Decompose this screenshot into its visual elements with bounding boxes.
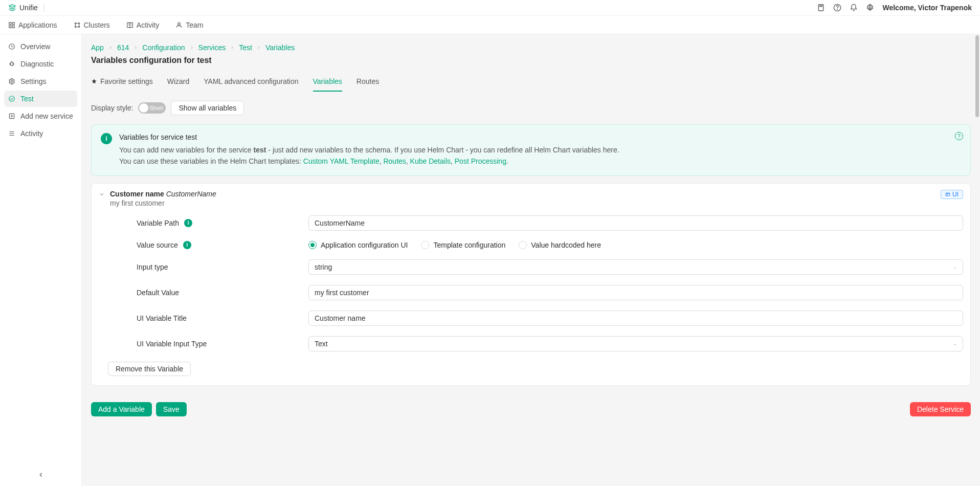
topnav-label: Applications (18, 21, 57, 29)
tab-label: Wizard (167, 77, 190, 85)
scrollbar[interactable] (975, 35, 979, 117)
svg-point-16 (11, 80, 13, 82)
user-icon (175, 21, 183, 29)
label-default-value: Default Value (137, 289, 308, 297)
svg-point-9 (78, 23, 79, 24)
radio-indicator (519, 241, 527, 249)
sidebar-item-label: Test (20, 95, 34, 103)
main-inner: App 614 Configuration Services Test Vari… (82, 34, 980, 386)
sidebar-item-label: Activity (20, 129, 43, 138)
radio-hardcoded[interactable]: Value hardcoded here (519, 241, 601, 249)
welcome-text[interactable]: Welcome, Victor Trapenok (882, 4, 972, 12)
sidebar-item-settings[interactable]: Settings (4, 73, 77, 90)
chevron-left-icon (37, 471, 44, 478)
footer-actions: Add a Variable Save Delete Service (82, 395, 980, 426)
display-style-label: Display style: (91, 104, 133, 112)
tab-label: Routes (357, 77, 379, 85)
header: Unifie Welcome, Victor Trapenok (0, 0, 980, 16)
page-title: Variables configuration for test (91, 56, 971, 65)
gear-icon (8, 78, 15, 85)
radio-label: Application configuration UI (321, 241, 408, 249)
remove-wrapper: Remove this Variable (99, 362, 963, 376)
remove-variable-button[interactable]: Remove this Variable (108, 362, 191, 376)
ui-input-type-select[interactable]: Text ⌄ (308, 336, 963, 351)
ui-title-input[interactable] (308, 311, 963, 326)
gear-icon[interactable] (866, 4, 874, 12)
alert-link-kube[interactable]: Kube Details (410, 157, 451, 165)
alert-line2-pre: You can use these variables in the Helm … (119, 157, 303, 165)
brand-name: Unifie (19, 4, 38, 12)
svg-rect-0 (819, 5, 823, 11)
breadcrumb: App 614 Configuration Services Test Vari… (91, 43, 971, 52)
svg-rect-19 (946, 193, 950, 196)
show-all-button[interactable]: Show all variables (171, 101, 244, 115)
radio-app-config-ui[interactable]: Application configuration UI (308, 241, 408, 249)
radio-label: Value hardcoded here (531, 241, 601, 249)
tab-yaml[interactable]: YAML advanced configuration (204, 72, 298, 92)
alert-line1-pre: You can add new variables for the servic… (119, 146, 254, 154)
add-variable-button[interactable]: Add a Variable (91, 402, 152, 416)
radio-template-config[interactable]: Template configuration (421, 241, 505, 249)
bookmark-icon[interactable] (817, 4, 825, 12)
crumb-614[interactable]: 614 (117, 43, 129, 52)
row-variable-path: Variable Path i (99, 215, 963, 231)
delete-service-button[interactable]: Delete Service (910, 402, 971, 416)
chevron-right-icon (133, 45, 138, 50)
logo[interactable]: Unifie (8, 4, 38, 12)
sidebar-collapse[interactable] (37, 471, 44, 480)
display-style-toggle[interactable]: Short (138, 102, 166, 114)
svg-rect-5 (12, 22, 14, 24)
crumb-variables[interactable]: Variables (265, 43, 295, 52)
default-value-input[interactable] (308, 285, 963, 300)
ui-badge: UI (941, 190, 963, 199)
label-value-source: Value source i (137, 241, 308, 249)
save-button[interactable]: Save (156, 402, 187, 416)
svg-rect-4 (9, 22, 11, 24)
bell-icon[interactable] (850, 4, 858, 12)
chevron-right-icon (189, 45, 194, 50)
alert-title: Variables for service test (119, 133, 961, 141)
row-ui-title: UI Variable Title (99, 311, 963, 326)
tab-favorite[interactable]: Favorite settings (91, 72, 153, 92)
tab-wizard[interactable]: Wizard (167, 72, 190, 92)
alert-link-yaml[interactable]: Custom YAML Template (303, 157, 380, 165)
input-type-select[interactable]: string ⌄ (308, 259, 963, 275)
crumb-app[interactable]: App (91, 43, 104, 52)
crumb-configuration[interactable]: Configuration (142, 43, 185, 52)
book-icon (126, 21, 133, 29)
svg-point-17 (9, 96, 15, 102)
topnav-clusters[interactable]: Clusters (74, 21, 110, 29)
alert-help-icon[interactable]: ? (955, 132, 963, 140)
sidebar-item-add-service[interactable]: Add new service (4, 108, 77, 124)
bug-icon (8, 60, 15, 68)
sidebar-item-overview[interactable]: Overview (4, 38, 77, 55)
variable-panel: Customer name CustomerName my first cust… (91, 183, 971, 386)
alert-link-routes[interactable]: Routes (383, 157, 406, 165)
crumb-services[interactable]: Services (198, 43, 226, 52)
topnav-team[interactable]: Team (175, 21, 203, 29)
sidebar-item-activity[interactable]: Activity (4, 125, 77, 142)
crumb-test[interactable]: Test (239, 43, 252, 52)
sidebar-item-diagnostic[interactable]: Diagnostic (4, 56, 77, 72)
info-icon[interactable]: i (184, 219, 192, 227)
tab-routes[interactable]: Routes (357, 72, 379, 92)
alert-body: Variables for service test You can add n… (119, 133, 961, 167)
control-value-source: Application configuration UI Template co… (308, 241, 963, 249)
topnav-applications[interactable]: Applications (8, 21, 57, 29)
help-icon[interactable] (833, 4, 841, 12)
topnav-label: Team (186, 21, 203, 29)
panel-title-text: Customer name (110, 190, 164, 198)
tab-label: Favorite settings (100, 77, 153, 85)
chevron-down-icon (99, 191, 105, 197)
sidebar-item-label: Overview (20, 42, 50, 51)
label-variable-path: Variable Path i (137, 219, 308, 227)
tab-variables[interactable]: Variables (313, 72, 342, 92)
control-ui-title (308, 311, 963, 326)
panel-header[interactable]: Customer name CustomerName my first cust… (99, 190, 963, 207)
alert-link-post[interactable]: Post Processing (455, 157, 506, 165)
variable-path-input[interactable] (308, 215, 963, 231)
topnav-label: Activity (137, 21, 159, 29)
topnav-activity[interactable]: Activity (126, 21, 159, 29)
sidebar-item-test[interactable]: Test (4, 91, 77, 107)
info-icon[interactable]: i (183, 241, 191, 249)
